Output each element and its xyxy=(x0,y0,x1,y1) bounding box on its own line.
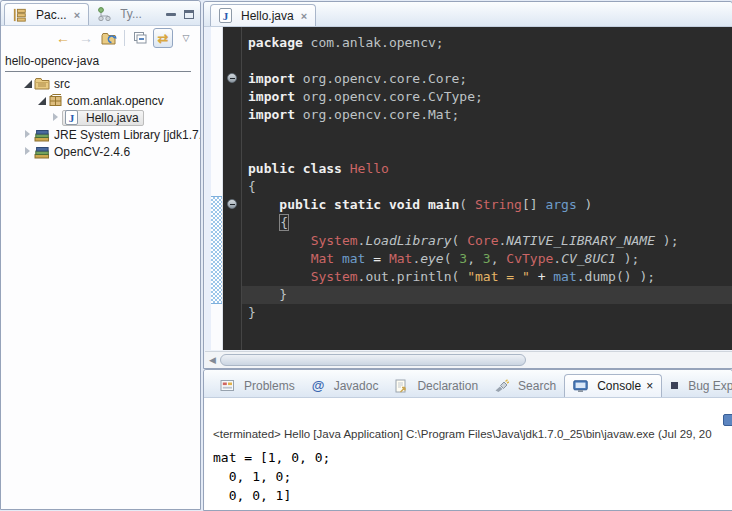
close-icon[interactable]: × xyxy=(646,379,653,393)
code-line[interactable]: import org.opencv.core.Core; xyxy=(248,70,732,88)
console-output-line: 0, 0, 1] xyxy=(213,486,330,505)
code-line-current[interactable]: } xyxy=(242,286,732,304)
collapse-arrow-icon[interactable] xyxy=(23,79,32,88)
collapse-all-icon xyxy=(133,31,148,45)
up-button[interactable] xyxy=(99,28,119,48)
tree-item-jre-system-library-jdk1-7-0[interactable]: JRE System Library [jdk1.7.0 xyxy=(1,126,200,143)
problems-icon xyxy=(220,379,235,392)
code-line[interactable] xyxy=(248,124,732,142)
bottom-tabbar: Problems@JavadocDeclarationSearchConsole… xyxy=(204,370,732,398)
package-explorer-panel: Pac...×Ty... ←→⇄▽ hello-opencv-java srcc… xyxy=(0,0,201,510)
view-tab-pac[interactable]: Pac...× xyxy=(4,3,89,25)
forward-button[interactable]: → xyxy=(76,28,96,48)
java-file-icon: J xyxy=(219,8,232,23)
javadoc-icon: @ xyxy=(311,379,325,393)
view-tab-declaration[interactable]: Declaration xyxy=(386,374,486,397)
fold-collapse-icon[interactable] xyxy=(227,73,237,83)
view-tab-bug-explorer[interactable]: Bug Explorer xyxy=(662,374,732,397)
code-line[interactable] xyxy=(248,52,732,70)
view-tab-search[interactable]: Search xyxy=(486,374,564,397)
package-explorer-toolbar: ←→⇄▽ xyxy=(1,26,200,50)
tree-item-label: Hello.java xyxy=(86,111,139,125)
code-line[interactable]: package com.anlak.opencv; xyxy=(248,34,732,52)
view-tab-label: Javadoc xyxy=(334,379,379,393)
view-tab-javadoc[interactable]: @Javadoc xyxy=(303,374,387,397)
code-line[interactable]: { xyxy=(248,178,732,196)
console-icon xyxy=(573,380,588,393)
tree-item-com-anlak-opencv[interactable]: com.anlak.opencv xyxy=(1,92,200,109)
selected-item-box: JHello.java xyxy=(62,110,144,126)
view-tab-problems[interactable]: Problems xyxy=(212,374,303,397)
svg-text:J: J xyxy=(69,112,75,124)
tree-item-opencv-2-4-6[interactable]: OpenCV-2.4.6 xyxy=(1,143,200,160)
code-line[interactable]: } xyxy=(248,304,732,322)
expand-arrow-icon[interactable] xyxy=(23,130,32,139)
code-line[interactable]: public class Hello xyxy=(248,160,732,178)
console-output-line: mat = [1, 0, 0; xyxy=(213,448,330,467)
code-area[interactable]: package com.anlak.opencv;import org.open… xyxy=(242,27,732,350)
code-line[interactable]: import org.opencv.core.Mat; xyxy=(248,106,732,124)
view-tab-label: Search xyxy=(518,379,556,393)
console-output[interactable]: mat = [1, 0, 0; 0, 1, 0; 0, 0, 1] xyxy=(213,448,330,505)
view-tab-label: Console xyxy=(597,379,641,393)
tree-item-label: src xyxy=(54,77,70,91)
collapse-all-button[interactable] xyxy=(130,28,150,48)
view-window-buttons xyxy=(166,10,200,25)
code-line[interactable]: { xyxy=(248,214,732,232)
svg-text:J: J xyxy=(223,10,229,22)
editor-tab-label: Hello.java xyxy=(241,9,294,23)
library-icon xyxy=(34,145,50,159)
link-with-editor-button[interactable]: ⇄ xyxy=(153,28,173,48)
close-icon[interactable]: × xyxy=(74,9,80,21)
scrollbar-thumb[interactable] xyxy=(220,354,526,366)
back-arrow-icon: ← xyxy=(56,30,70,46)
package-explorer-icon xyxy=(13,8,27,22)
tree-item-src[interactable]: src xyxy=(1,75,200,92)
view-menu-button[interactable]: ▽ xyxy=(176,28,196,48)
code-line[interactable]: public static void main( String[] args ) xyxy=(248,196,732,214)
project-root-label: hello-opencv-java xyxy=(5,54,191,72)
horizontal-scrollbar[interactable]: ◀ xyxy=(205,351,732,368)
tree-item-label: com.anlak.opencv xyxy=(67,94,164,108)
maximize-view-icon[interactable] xyxy=(184,10,194,19)
fold-collapse-icon[interactable] xyxy=(227,199,237,209)
view-tab-console[interactable]: Console× xyxy=(564,374,662,397)
project-root-item[interactable]: hello-opencv-java xyxy=(1,50,200,74)
expand-arrow-icon[interactable] xyxy=(23,147,32,156)
view-tab-label: Ty... xyxy=(120,7,142,21)
view-tab-ty[interactable]: Ty... xyxy=(89,3,150,25)
view-menu-icon: ▽ xyxy=(183,33,190,43)
folding-bar[interactable] xyxy=(223,27,242,350)
scroll-left-arrow-icon[interactable]: ◀ xyxy=(205,355,220,365)
minimize-view-icon[interactable] xyxy=(166,13,176,16)
code-line[interactable]: import org.opencv.core.CvType; xyxy=(248,88,732,106)
editor-body: package com.anlak.opencv;import org.open… xyxy=(205,27,732,350)
code-line[interactable]: Mat mat = Mat.eye( 3, 3, CvType.CV_8UC1 … xyxy=(248,250,732,268)
java-file-icon: J xyxy=(65,110,78,125)
marker-ruler[interactable] xyxy=(211,27,223,350)
tree-item-label: OpenCV-2.4.6 xyxy=(54,145,130,159)
expand-arrow-icon[interactable] xyxy=(51,113,60,122)
view-tab-label: Problems xyxy=(244,379,295,393)
view-tab-label: Pac... xyxy=(36,8,67,22)
close-icon[interactable]: × xyxy=(301,10,307,22)
collapse-arrow-icon[interactable] xyxy=(37,96,46,105)
editor-tab-hello-java[interactable]: J Hello.java × xyxy=(210,4,316,26)
console-body: <terminated> Hello [Java Application] C:… xyxy=(205,398,732,510)
console-toolbar-icon[interactable] xyxy=(723,414,732,426)
package-explorer-tabbar: Pac...×Ty... xyxy=(1,1,200,26)
link-editor-icon: ⇄ xyxy=(158,31,169,46)
type-hierarchy-icon xyxy=(97,7,111,21)
code-line[interactable] xyxy=(248,142,732,160)
code-line[interactable]: System.out.println( "mat = " + mat.dump(… xyxy=(248,268,732,286)
editor-tabbar: J Hello.java × xyxy=(204,2,732,27)
tree-item-hello-java[interactable]: JHello.java xyxy=(1,109,200,126)
range-indicator xyxy=(211,196,222,304)
forward-arrow-icon: → xyxy=(79,30,93,46)
back-button[interactable]: ← xyxy=(53,28,73,48)
tree-item-label: JRE System Library [jdk1.7.0 xyxy=(54,128,200,142)
package-icon xyxy=(48,94,63,107)
library-icon xyxy=(34,128,50,142)
package-folder-icon xyxy=(34,77,50,90)
code-line[interactable]: System.LoadLibrary( Core.NATIVE_LIBRARY_… xyxy=(248,232,732,250)
